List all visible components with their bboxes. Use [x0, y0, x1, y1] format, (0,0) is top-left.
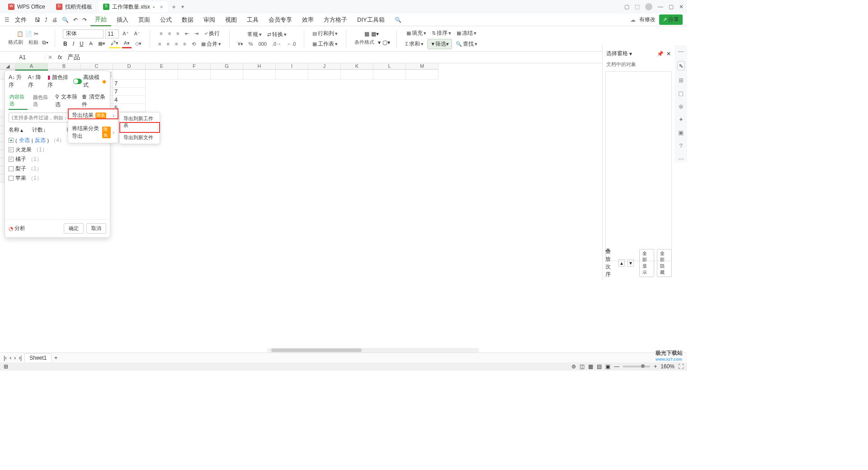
col-F[interactable]: F [178, 63, 211, 70]
zoom-out-icon[interactable]: — [614, 363, 619, 370]
export-to-file-item[interactable]: 导出到新文件 [120, 132, 160, 144]
find-button[interactable]: 🔍查找▾ [454, 39, 479, 49]
valign-bot-icon[interactable]: ≡ [175, 30, 181, 37]
analyze-button[interactable]: ◔分析 [9, 225, 25, 232]
h-scrollbar[interactable] [267, 348, 479, 352]
avatar-icon[interactable] [645, 3, 652, 10]
preview-icon[interactable]: 🔍 [62, 17, 69, 23]
fill-color-icon[interactable]: 🖍▾ [109, 39, 120, 48]
align-right-icon[interactable]: ≡ [173, 40, 179, 47]
menu-data[interactable]: 数据 [177, 14, 198, 26]
menu-view[interactable]: 视图 [221, 14, 241, 26]
menu-insert[interactable]: 插入 [112, 14, 133, 26]
comma-icon[interactable]: 000 [257, 40, 269, 47]
col-E[interactable]: E [146, 63, 178, 70]
invert-link[interactable]: 反选 [35, 136, 46, 144]
collapse-icon[interactable]: — [678, 48, 684, 55]
print-icon[interactable]: 🖨 [52, 17, 57, 23]
clear-filter-button[interactable]: 🗑 清空条件 [82, 93, 106, 108]
tab-content-filter[interactable]: 内容筛选 [9, 92, 28, 110]
col-C[interactable]: C [80, 63, 113, 70]
select-icon[interactable]: ⬉ [677, 61, 685, 70]
checkbox-partial-icon[interactable] [9, 138, 14, 143]
help-icon[interactable]: ? [679, 142, 682, 149]
cell-D2[interactable]: 7 [113, 80, 146, 88]
clear-fmt-icon[interactable]: ◇▾ [133, 40, 143, 47]
col-I[interactable]: I [276, 63, 308, 70]
filter-button[interactable]: ▼筛选▾ [427, 39, 452, 49]
save-icon[interactable]: 🖫 [35, 17, 40, 23]
freeze-button[interactable]: ▦冻结▾ [455, 28, 478, 38]
sort-button[interactable]: ⇅排序▾ [430, 28, 453, 38]
status-icon[interactable]: ⊞ [4, 363, 8, 370]
last-sheet-icon[interactable]: ›| [19, 355, 22, 361]
hide-all-button[interactable]: 全部隐藏 [657, 249, 672, 277]
worksheet-button[interactable]: ▦工作表▾ [311, 39, 340, 49]
cancel-button[interactable]: 取消 [86, 223, 106, 234]
stack-order[interactable]: 叠放次序 [605, 248, 616, 278]
tab-wps[interactable]: W WPS Office [4, 1, 50, 12]
menu-start[interactable]: 开始 [90, 14, 111, 26]
align-center-icon[interactable]: ≡ [165, 40, 171, 47]
col-M[interactable]: M [406, 63, 439, 70]
menu-formula[interactable]: 公式 [156, 14, 176, 26]
up-icon[interactable]: ▴ [618, 259, 625, 267]
filter-item[interactable]: 火龙果（1） [9, 145, 106, 155]
underline-icon[interactable]: U [78, 40, 85, 48]
tab-color-filter[interactable]: 颜色筛选 [32, 92, 51, 109]
more-icon[interactable]: ⋯ [678, 155, 684, 162]
orient-icon[interactable]: ⟲ [190, 40, 198, 48]
condfmt-button[interactable]: 条件格式 [353, 38, 376, 47]
box-icon[interactable]: ▢ [624, 4, 629, 10]
select-all-corner[interactable]: ◢ [0, 63, 15, 70]
border-icon[interactable]: ▦▾ [96, 40, 107, 47]
grow-font-icon[interactable]: A⁺ [121, 30, 130, 38]
format-painter[interactable]: 格式刷 [6, 38, 25, 47]
tablestyle-icon[interactable]: ▦▾ [371, 31, 379, 37]
view-break-icon[interactable]: ▣ [605, 363, 610, 370]
export-result-item[interactable]: 导出结果限免› [68, 109, 118, 122]
tab-menu-icon[interactable]: ▾ [181, 4, 184, 10]
fx-icon[interactable]: fx [55, 54, 65, 61]
side-icon[interactable]: ⊕ [679, 103, 684, 110]
checkbox-icon[interactable] [9, 176, 14, 181]
pin-icon[interactable]: 📌 [657, 51, 664, 57]
export-icon[interactable]: ⤴ [45, 17, 47, 23]
zoom-value[interactable]: 160% [660, 363, 675, 370]
menu-review[interactable]: 审阅 [199, 14, 220, 26]
copy-icon[interactable]: ⧉▾ [42, 39, 48, 46]
wrap-button[interactable]: ⤶换行 [202, 29, 222, 38]
formula-content[interactable]: 产品 [65, 53, 83, 61]
checkbox-icon[interactable] [9, 166, 14, 171]
filter-item[interactable]: 苹果（1） [9, 174, 106, 183]
sort-asc-button[interactable]: A↓ 升序 [9, 74, 24, 89]
cancel-fx-icon[interactable]: ✕ [45, 54, 55, 61]
view-normal-icon[interactable]: ▦ [588, 363, 593, 370]
side-icon[interactable]: ✦ [679, 116, 684, 123]
col-L[interactable]: L [373, 63, 406, 70]
bold-icon[interactable]: B [61, 40, 69, 48]
menu-page[interactable]: 页面 [134, 14, 155, 26]
maximize-icon[interactable]: ▢ [669, 4, 674, 10]
justify-icon[interactable]: ≡ [181, 40, 188, 47]
side-icon[interactable]: ▢ [678, 90, 684, 97]
text-filter-button[interactable]: ⚲ 文本筛选 [55, 93, 78, 108]
new-tab-button[interactable]: + [170, 3, 179, 10]
font-color-icon[interactable]: A▾ [122, 39, 132, 48]
sort-desc-button[interactable]: A↑ 降序 [28, 74, 44, 89]
view-icon[interactable]: ◫ [580, 363, 585, 370]
zoom-slider[interactable] [623, 366, 650, 367]
tab-template[interactable]: D 找稻壳模板 [52, 1, 97, 12]
view-page-icon[interactable]: ▤ [597, 363, 602, 370]
align-left-icon[interactable]: ≡ [156, 40, 163, 47]
menu-member[interactable]: 会员专享 [264, 14, 297, 26]
file-menu[interactable]: 文件 [10, 14, 31, 26]
dec-dec-icon[interactable]: ←.0 [285, 40, 297, 47]
sum-button[interactable]: Σ求和▾ [403, 39, 425, 49]
prev-sheet-icon[interactable]: ‹ [9, 355, 11, 361]
indent-dec-icon[interactable]: ⇤ [183, 30, 191, 38]
mod-label[interactable]: 有修改 [639, 16, 656, 24]
menu-icon[interactable]: ☰ [5, 17, 9, 23]
share-button[interactable]: ↗ 分享 [659, 14, 683, 25]
view-icon[interactable]: ⊚ [571, 363, 576, 370]
